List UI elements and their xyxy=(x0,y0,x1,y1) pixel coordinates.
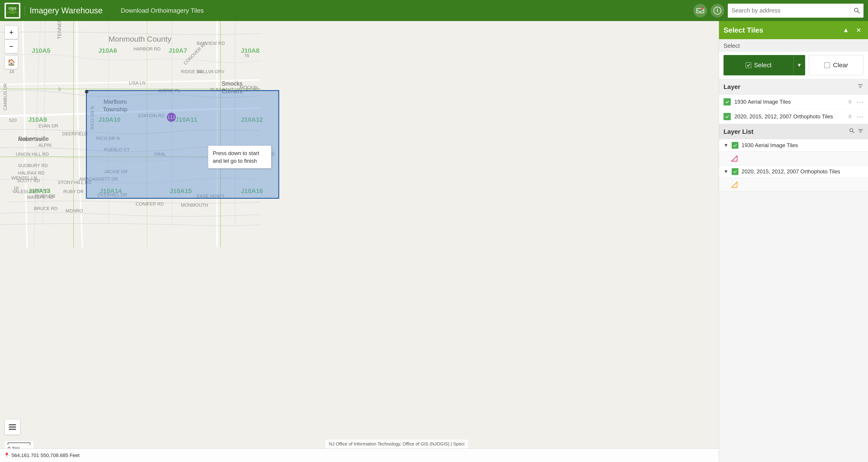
select-tiles-panel: Select Tiles ▲ ✕ Select Select ▼ xyxy=(719,21,868,124)
svg-text:i: i xyxy=(717,7,718,13)
select-btn-wrap: Select ▼ xyxy=(723,55,805,76)
svg-rect-11 xyxy=(0,21,794,462)
svg-rect-65 xyxy=(746,62,751,68)
logo-area: OGIS NEW JERSEY Imagery Warehouse xyxy=(0,3,107,19)
map-tooltip: Press down to start and let go to finish xyxy=(208,146,271,168)
info-icon-btn[interactable]: i xyxy=(711,4,724,18)
app-title: Imagery Warehouse xyxy=(25,6,103,16)
svg-text:SCOTT RD: SCOTT RD xyxy=(17,178,40,183)
select-dropdown-button[interactable]: ▼ xyxy=(794,55,805,76)
tile-label-j10a9: J10A9 xyxy=(28,116,47,123)
svg-text:RIDGE RD: RIDGE RD xyxy=(181,69,203,74)
layer-list-header: Layer List xyxy=(719,124,868,139)
svg-line-71 xyxy=(852,131,854,133)
layer-more-button-1930[interactable]: ··· xyxy=(857,98,864,106)
svg-text:SUDBURY RD: SUDBURY RD xyxy=(18,163,48,168)
svg-rect-66 xyxy=(824,62,830,68)
layer-list-title: Layer List xyxy=(723,128,753,135)
search-box[interactable] xyxy=(728,4,864,18)
home-button[interactable]: 🏠 xyxy=(4,55,18,69)
layer-list-checkbox-2020[interactable] xyxy=(732,168,739,175)
layer-list-checkbox-1930[interactable] xyxy=(732,142,739,149)
select-tiles-title: Select Tiles xyxy=(723,26,763,34)
svg-rect-64 xyxy=(9,429,16,430)
layer-list-item-1930: ▼ 1930 Aerial Image Tiles xyxy=(719,139,868,152)
select-actions: Select ▼ Clear xyxy=(719,51,868,79)
svg-point-70 xyxy=(850,128,853,132)
layer-list-section: Layer List ▼ xyxy=(719,124,868,462)
svg-text:MONMOUTH: MONMOUTH xyxy=(181,203,208,208)
coordinates-bar: 📍 564,161.701 550,708.685 Feet xyxy=(0,449,794,462)
share-icon-btn[interactable]: ! xyxy=(693,4,707,18)
select-section-label: Select xyxy=(719,39,868,51)
svg-text:520: 520 xyxy=(9,118,17,123)
search-input[interactable] xyxy=(728,4,850,18)
svg-text:CONIFER RD: CONIFER RD xyxy=(136,201,164,206)
svg-text:CAMBUS DR: CAMBUS DR xyxy=(3,83,8,111)
header: OGIS NEW JERSEY Imagery Warehouse Downlo… xyxy=(0,0,868,21)
svg-text:EVAN DR: EVAN DR xyxy=(38,123,58,128)
layer-name-2020: 2020, 2015, 2012, 2007 Orthophoto Tiles xyxy=(734,113,845,120)
tile-label-j10a8: J10A8 xyxy=(241,47,259,54)
map-background: TENNENT RD HARBOR RD CONOVER RD 18 3 520… xyxy=(0,21,794,462)
svg-text:HALIFAX RD: HALIFAX RD xyxy=(18,170,44,175)
layer-count-1930: 0 xyxy=(848,99,851,105)
layer-list-filter-button[interactable] xyxy=(858,128,864,135)
zoom-controls: + − 🏠 xyxy=(4,26,18,69)
tile-label-j10a6: J10A6 xyxy=(98,47,117,54)
layer-section-title: Layer xyxy=(723,83,741,90)
map[interactable]: TENNENT RD HARBOR RD CONOVER RD 18 3 520… xyxy=(0,21,794,462)
layers-button[interactable] xyxy=(4,419,20,435)
layer-section-header: Layer xyxy=(719,79,868,95)
layer-checkbox-1930[interactable] xyxy=(723,98,731,106)
layer-list-item-2020: ▼ 2020, 2015, 2012, 2007 Orthophoto Tile… xyxy=(719,166,868,178)
layer-list-controls xyxy=(849,128,864,135)
svg-text:MONRO: MONRO xyxy=(66,208,83,213)
svg-text:DEERFIELD: DEERFIELD xyxy=(62,131,88,136)
tile-label-j10a13: J10A13 xyxy=(28,187,51,195)
svg-point-9 xyxy=(855,8,858,12)
svg-line-10 xyxy=(858,11,860,13)
layer-list-name-2020: 2020, 2015, 2012, 2007 Orthophoto Tiles xyxy=(742,168,840,175)
county-label: Monmouth County xyxy=(108,35,172,44)
place-robertsville: Robertsville xyxy=(18,135,49,142)
clear-button[interactable]: Clear xyxy=(809,55,864,76)
svg-text:UNION HILL RD: UNION HILL RD xyxy=(16,152,49,156)
panel-controls: ▲ ✕ xyxy=(841,25,864,35)
layer-more-button-2020[interactable]: ··· xyxy=(857,113,864,120)
layer-item-2020: 2020, 2015, 2012, 2007 Orthophoto Tiles … xyxy=(719,109,868,124)
svg-text:BRUCE RD: BRUCE RD xyxy=(34,206,57,211)
zoom-out-button[interactable]: − xyxy=(4,39,18,53)
tile-label-j10a7: J10A7 xyxy=(168,47,187,54)
layer-list-search-button[interactable] xyxy=(849,128,855,135)
expand-2020-button[interactable]: ▼ xyxy=(723,169,728,175)
svg-rect-63 xyxy=(9,427,16,428)
tile-label-j10a5: J10A5 xyxy=(32,47,51,54)
select-tiles-header: Select Tiles ▲ ✕ xyxy=(719,21,868,39)
layer-list-legend-1930 xyxy=(719,152,868,166)
svg-text:LISA LN: LISA LN xyxy=(129,80,145,85)
panel-close-button[interactable]: ✕ xyxy=(854,25,864,35)
header-right: ! i xyxy=(693,4,868,18)
sidebar-panel: Select Tiles ▲ ✕ Select Select ▼ xyxy=(719,21,868,462)
layer-checkbox-2020[interactable] xyxy=(723,113,731,120)
svg-text:18: 18 xyxy=(9,69,14,74)
layer-filter-button[interactable] xyxy=(857,83,864,91)
layer-name-1930: 1930 Aerial Image Tiles xyxy=(734,99,845,105)
zoom-in-button[interactable]: + xyxy=(4,26,18,39)
search-button[interactable] xyxy=(850,4,864,18)
selection-rectangle xyxy=(86,90,279,199)
layer-list-name-1930: 1930 Aerial Image Tiles xyxy=(742,142,798,148)
attribution: NJ Office of Information Technology, Off… xyxy=(326,440,468,449)
layer-list-legend-2020 xyxy=(719,178,868,192)
layer-section: Layer 1930 Aerial Image Tiles 0 ··· xyxy=(719,79,868,124)
select-main-button[interactable]: Select xyxy=(723,55,794,76)
svg-rect-62 xyxy=(9,424,16,425)
panel-collapse-button[interactable]: ▲ xyxy=(841,25,851,35)
nav-link[interactable]: Download Orthoimagery Tiles xyxy=(121,7,204,14)
logo-box: OGIS NEW JERSEY xyxy=(4,3,20,19)
layer-item-1930: 1930 Aerial Image Tiles 0 ··· xyxy=(719,95,868,109)
layer-count-2020: 0 xyxy=(848,114,851,119)
expand-1930-button[interactable]: ▼ xyxy=(723,142,728,148)
svg-text:!: ! xyxy=(702,8,703,10)
